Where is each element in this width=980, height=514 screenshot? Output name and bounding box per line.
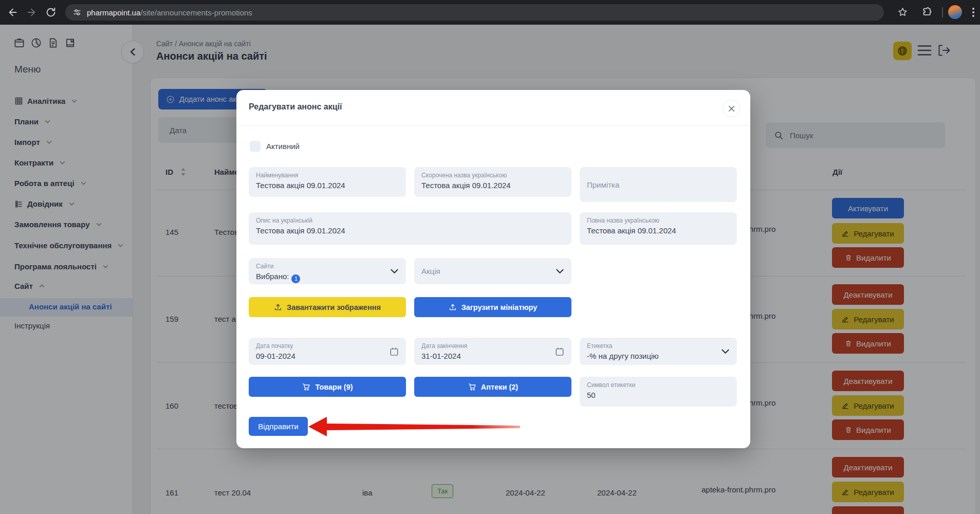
site-info-icon[interactable] xyxy=(72,8,82,17)
calendar-icon[interactable] xyxy=(554,346,565,357)
close-button[interactable] xyxy=(723,100,740,117)
close-icon xyxy=(728,105,735,112)
url-text: pharmapoint.ua/site/announcements-promot… xyxy=(87,8,252,17)
tag-select[interactable]: Етикетка -% на другу позицію xyxy=(580,338,737,365)
submit-button[interactable]: Відправити xyxy=(249,417,308,436)
browser-profile-avatar[interactable] xyxy=(948,5,962,19)
end-date-field[interactable]: Дата закінчення 31-01-2024 xyxy=(414,338,571,365)
promo-select[interactable]: Акція xyxy=(414,258,571,284)
chevron-down-icon xyxy=(722,349,729,354)
selected-count-badge: 1 xyxy=(291,274,300,283)
calendar-icon[interactable] xyxy=(389,346,399,357)
app-viewport: Меню Аналітика Плани Імпорт Контракти Ро… xyxy=(0,25,980,514)
cart-icon xyxy=(468,382,476,391)
chevron-down-icon xyxy=(391,269,398,274)
browser-reload-icon[interactable] xyxy=(45,7,57,18)
browser-toolbar: pharmapoint.ua/site/announcements-promot… xyxy=(0,0,980,25)
annotation-arrow xyxy=(303,415,524,438)
products-button[interactable]: Товари (9) xyxy=(249,377,406,397)
address-bar[interactable]: pharmapoint.ua/site/announcements-promot… xyxy=(65,4,884,21)
description-field[interactable]: Опис на українській Тестова акція 09.01.… xyxy=(249,212,571,245)
pharmacies-button[interactable]: Аптеки (2) xyxy=(414,377,571,397)
active-checkbox[interactable] xyxy=(250,141,261,152)
chevron-down-icon xyxy=(556,269,564,274)
note-field[interactable]: Примітка xyxy=(580,167,737,202)
upload-image-button[interactable]: Завантажити зображення xyxy=(249,297,406,317)
browser-forward-icon[interactable] xyxy=(26,7,37,18)
short-name-field[interactable]: Скорочена назва українською Тестова акці… xyxy=(414,167,571,197)
full-name-field[interactable]: Повна назва українською Тестова акція 09… xyxy=(580,212,737,245)
start-date-field[interactable]: Дата початку 09-01-2024 xyxy=(249,338,406,365)
upload-icon xyxy=(274,303,282,311)
browser-back-icon[interactable] xyxy=(7,7,19,18)
bookmark-star-icon[interactable] xyxy=(897,7,908,17)
name-field[interactable]: Найменування Тестова акція 09.01.2024 xyxy=(249,167,406,197)
toolbar-separator xyxy=(942,7,943,17)
tag-symbol-field[interactable]: Символ етикетки 50 xyxy=(580,377,737,407)
sites-select[interactable]: Сайти Вибрано:1 xyxy=(249,258,406,284)
modal-title: Редагувати анонс акції xyxy=(249,102,342,112)
cart-icon xyxy=(302,382,310,391)
browser-menu-icon[interactable] xyxy=(968,6,978,19)
extensions-icon[interactable] xyxy=(922,7,933,17)
active-checkbox-label: Активний xyxy=(266,142,300,151)
upload-thumbnail-button[interactable]: Загрузити мініатюру xyxy=(414,297,571,317)
modal-divider xyxy=(236,125,750,125)
edit-announcement-modal: Редагувати анонс акції Активний Найменув… xyxy=(236,90,750,448)
upload-icon xyxy=(449,303,457,311)
